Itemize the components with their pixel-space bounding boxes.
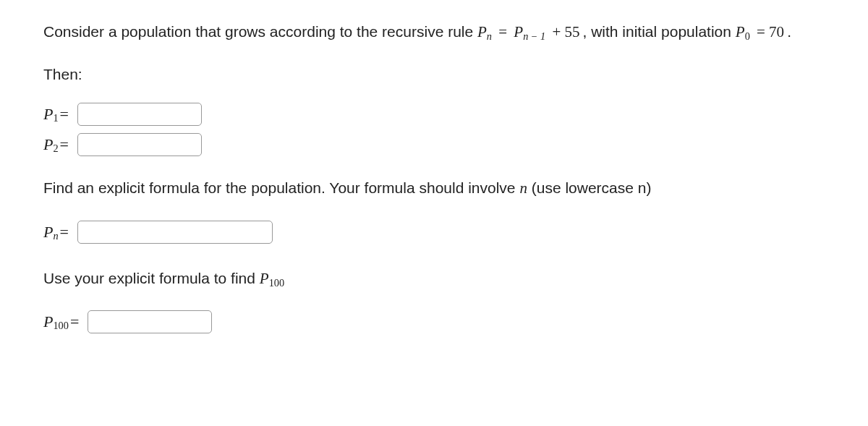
p100-inline: P100 [260, 270, 284, 287]
p2-input[interactable] [77, 133, 202, 156]
intro-text-2: , with initial population [583, 23, 736, 40]
recursive-rule: Pn = Pn − 1 + 55 [477, 23, 583, 41]
p100-label: P100 = [43, 312, 83, 331]
intro-text-3: . [787, 23, 791, 40]
use-formula-prompt: Use your explicit formula to find P100 [43, 267, 825, 291]
p1-input[interactable] [77, 103, 202, 126]
then-label: Then: [43, 63, 825, 86]
intro-text-1: Consider a population that grows accordi… [43, 23, 477, 40]
p2-row: P2 = [43, 133, 825, 156]
initial-condition: P0 = 70 [736, 23, 787, 41]
p2-label: P2 = [43, 135, 73, 154]
problem-statement: Consider a population that grows accordi… [43, 20, 825, 44]
p1-row: P1 = [43, 103, 825, 126]
explicit-formula-prompt: Find an explicit formula for the populat… [43, 176, 825, 200]
pn-input[interactable] [77, 221, 273, 244]
p1-label: P1 = [43, 105, 73, 124]
p100-input[interactable] [88, 310, 212, 333]
pn-label: Pn = [43, 223, 73, 242]
p100-row: P100 = [43, 310, 825, 333]
pn-row: Pn = [43, 221, 825, 244]
